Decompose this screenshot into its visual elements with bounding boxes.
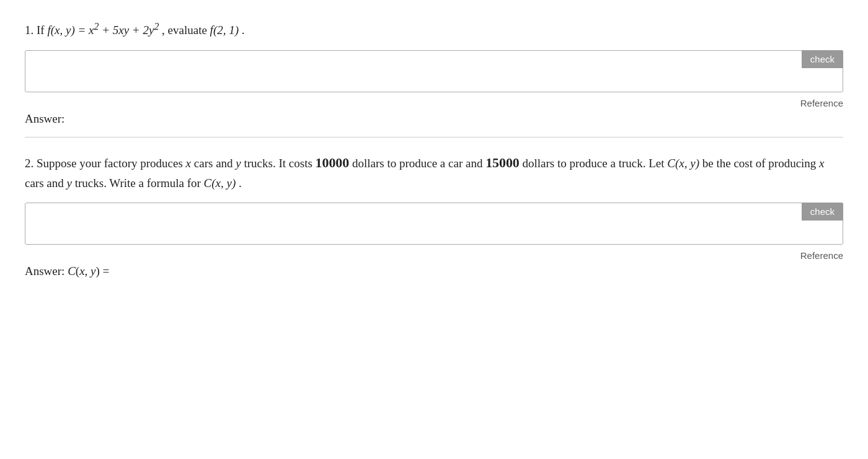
question-2-input-row: check bbox=[25, 203, 843, 248]
question-2-var-y: y bbox=[236, 157, 241, 170]
question-2-var-x: x bbox=[186, 157, 191, 170]
question-1-input-row: check bbox=[25, 50, 843, 95]
question-2-answer-text: Answer: C(x, y) = bbox=[25, 264, 109, 278]
question-2-mid2: trucks. It costs bbox=[244, 157, 316, 170]
question-2-function-C: C(x, y) bbox=[667, 157, 699, 170]
question-2-function-C2: C(x, y) bbox=[204, 177, 236, 190]
question-1-reference[interactable]: Reference bbox=[25, 98, 843, 108]
question-1-answer-label: Answer: bbox=[25, 112, 843, 126]
question-2-mid7: trucks. Write a formula for bbox=[75, 177, 204, 190]
question-2-number: 2. bbox=[25, 157, 37, 170]
question-2-before: Suppose your factory produces bbox=[37, 157, 186, 170]
question-1-end: . bbox=[242, 24, 245, 37]
question-2-var-x2: x bbox=[819, 157, 824, 170]
question-2-mid1: cars and bbox=[194, 157, 236, 170]
question-1-after: , evaluate bbox=[162, 24, 210, 37]
question-2-mid4: dollars to produce a truck. Let bbox=[523, 157, 668, 170]
question-1: 1. If f(x, y) = x2 + 5xy + 2y2 , evaluat… bbox=[25, 19, 843, 126]
question-2-num2: 15000 bbox=[485, 155, 520, 170]
divider bbox=[25, 137, 843, 138]
question-2-mid3: dollars to produce a car and bbox=[352, 157, 485, 170]
question-1-input[interactable] bbox=[25, 50, 843, 92]
question-1-before: If bbox=[37, 24, 47, 37]
question-2-end: . bbox=[239, 177, 242, 190]
question-1-call: f(2, 1) bbox=[210, 24, 239, 37]
question-2-answer-label: Answer: C(x, y) = bbox=[25, 264, 843, 278]
question-2-text: 2. Suppose your factory produces x cars … bbox=[25, 152, 843, 193]
question-2-num1: 10000 bbox=[316, 155, 350, 170]
question-2: 2. Suppose your factory produces x cars … bbox=[25, 152, 843, 278]
question-2-reference[interactable]: Reference bbox=[25, 250, 843, 261]
question-1-text: 1. If f(x, y) = x2 + 5xy + 2y2 , evaluat… bbox=[25, 19, 843, 40]
question-2-input[interactable] bbox=[25, 203, 843, 245]
question-1-function-def: f(x, y) = x2 + 5xy + 2y2 bbox=[47, 24, 159, 37]
question-2-mid5: be the cost of producing bbox=[702, 157, 819, 170]
question-2-var-y2: y bbox=[67, 177, 72, 190]
question-1-check-button[interactable]: check bbox=[802, 50, 843, 68]
question-2-check-button[interactable]: check bbox=[802, 203, 843, 221]
question-2-mid6: cars and bbox=[25, 177, 67, 190]
question-1-number: 1. bbox=[25, 24, 37, 37]
